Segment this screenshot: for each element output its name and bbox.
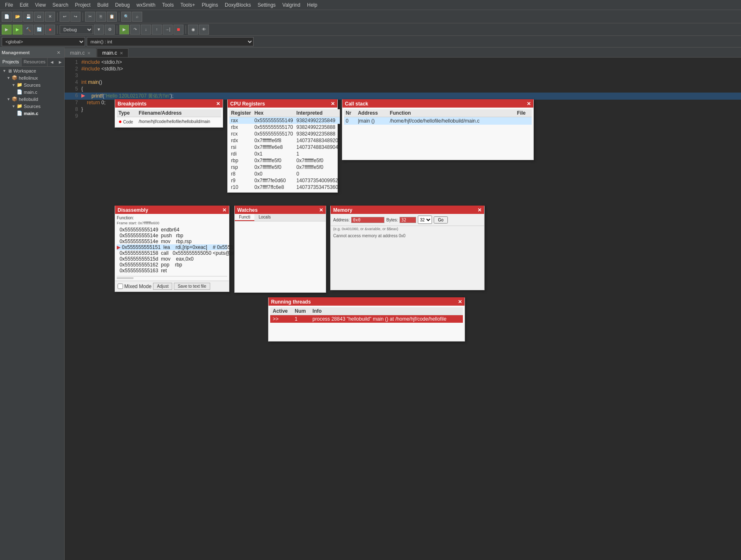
stop-debug-button[interactable]: ⏹ bbox=[173, 25, 183, 35]
editor-tab-1[interactable]: main.c ✕ bbox=[65, 48, 96, 57]
menu-tools-plus[interactable]: Tools+ bbox=[177, 1, 198, 9]
cut-button[interactable]: ✂ bbox=[85, 12, 95, 22]
menu-view[interactable]: View bbox=[32, 1, 49, 9]
tree-hellobuild-sources[interactable]: ▼ 📁 Sources bbox=[1, 103, 63, 110]
menu-search[interactable]: Search bbox=[49, 1, 72, 9]
save-to-text-button[interactable]: Save to text file bbox=[174, 283, 210, 290]
global-scope-select[interactable]: <global> bbox=[2, 37, 85, 46]
copy-button[interactable]: ⎘ bbox=[96, 12, 106, 22]
adjust-button[interactable]: Adjust bbox=[153, 283, 172, 290]
save-button[interactable]: 💾 bbox=[23, 12, 33, 22]
open-button[interactable]: 📂 bbox=[13, 12, 23, 22]
rt-col-num: Num bbox=[292, 307, 310, 315]
editor-tab-1-close[interactable]: ✕ bbox=[87, 51, 90, 55]
mixed-mode-checkbox-label[interactable]: Mixed Mode bbox=[118, 284, 151, 289]
find-button[interactable]: 🔍 bbox=[121, 12, 131, 22]
memory-bytes-select[interactable]: 32 bbox=[418, 216, 432, 224]
running-threads-close[interactable]: ✕ bbox=[458, 299, 462, 305]
properties-button[interactable]: ⚙ bbox=[105, 25, 115, 35]
watches-close[interactable]: ✕ bbox=[319, 207, 323, 213]
dis-line-2: 0x55555555514e push rbp bbox=[117, 233, 227, 239]
menu-plugins[interactable]: Plugins bbox=[198, 1, 221, 9]
menu-file[interactable]: File bbox=[2, 1, 16, 9]
watches-button[interactable]: 👁 bbox=[199, 25, 209, 35]
hellolinux-label: hellolinux bbox=[19, 75, 38, 80]
disassembly-close[interactable]: ✕ bbox=[222, 207, 226, 213]
memory-bytes-input[interactable] bbox=[399, 217, 416, 223]
watches-panel: Watches ✕ Functi Locals bbox=[234, 206, 326, 293]
reg-row-r8: r8 0x0 0 bbox=[229, 171, 340, 177]
management-header: Management ✕ bbox=[0, 48, 64, 58]
paste-button[interactable]: 📋 bbox=[107, 12, 117, 22]
memory-go-button[interactable]: Go bbox=[434, 216, 447, 223]
sep3 bbox=[119, 13, 119, 21]
build-run-button[interactable]: ▶ bbox=[2, 25, 12, 35]
undo-button[interactable]: ↩ bbox=[60, 12, 70, 22]
close-button[interactable]: ✕ bbox=[45, 12, 55, 22]
new-button[interactable]: 📄 bbox=[2, 12, 12, 22]
dropdown-button[interactable]: ▼ bbox=[94, 25, 104, 35]
replace-button[interactable]: ⌕ bbox=[132, 12, 142, 22]
rebuild-button[interactable]: 🔄 bbox=[34, 25, 44, 35]
tab-projects[interactable]: Projects bbox=[0, 58, 22, 66]
breakpoints-header: Breakpoints ✕ bbox=[115, 100, 223, 108]
menu-settings[interactable]: Settings bbox=[254, 1, 279, 9]
reg-rsp-name: rsp bbox=[229, 164, 253, 171]
sep4 bbox=[57, 25, 58, 34]
redo-button[interactable]: ↪ bbox=[70, 12, 80, 22]
editor-content[interactable]: 1 #include <stdio.h> 2 #include <stdlib.… bbox=[65, 58, 741, 560]
tree-hellolinux-mainc[interactable]: 📄 main.c bbox=[1, 88, 63, 95]
function-scope-select[interactable]: main() : int bbox=[87, 37, 254, 46]
memory-address-input[interactable] bbox=[351, 217, 384, 223]
menu-help[interactable]: Help bbox=[304, 1, 321, 9]
nav-right-button[interactable]: ▶ bbox=[56, 58, 64, 66]
menu-doxyblocks[interactable]: DoxyBlocks bbox=[221, 1, 254, 9]
menu-debug[interactable]: Debug bbox=[112, 1, 133, 9]
menu-valgrind[interactable]: Valgrind bbox=[279, 1, 304, 9]
disassembly-panel: Disassembly ✕ Function: Frame start: 0x7… bbox=[115, 206, 229, 292]
step-in-button[interactable]: ↓ bbox=[141, 25, 151, 35]
menu-build[interactable]: Build bbox=[94, 1, 112, 9]
run-button[interactable]: ▶ bbox=[13, 25, 23, 35]
menu-project[interactable]: Project bbox=[72, 1, 94, 9]
tree-hellobuild-mainc[interactable]: 📄 main.c bbox=[1, 110, 63, 117]
workspace-label: Workspace bbox=[13, 68, 36, 73]
stop-button[interactable]: ■ bbox=[45, 25, 55, 35]
menu-wxsmith[interactable]: wxSmith bbox=[133, 1, 158, 9]
dis-line-8: 0x555555555163 ret bbox=[117, 268, 227, 274]
management-close-button[interactable]: ✕ bbox=[54, 48, 63, 57]
tree-workspace[interactable]: ▼ 🖥 Workspace bbox=[1, 68, 63, 74]
editor-tab-2-close[interactable]: ✕ bbox=[120, 51, 123, 55]
line-content-6: printf("Hello 120L021707 黄佑方!\n"); bbox=[86, 93, 173, 100]
mixed-mode-checkbox[interactable] bbox=[118, 284, 123, 289]
tree-hellobuild[interactable]: ▼ 📦 hellobuild bbox=[1, 95, 63, 103]
step-out-button[interactable]: ↑ bbox=[152, 25, 162, 35]
breakpoints-close[interactable]: ✕ bbox=[216, 101, 220, 107]
build-button[interactable]: 🔨 bbox=[23, 25, 33, 35]
menu-tools[interactable]: Tools bbox=[159, 1, 177, 9]
cpu-registers-close[interactable]: ✕ bbox=[331, 101, 335, 107]
code-line-5: 5 { bbox=[65, 86, 741, 93]
nav-left-button[interactable]: ◀ bbox=[48, 58, 56, 66]
editor-tab-2[interactable]: main.c ✕ bbox=[97, 48, 128, 57]
reg-rbp-name: rbp bbox=[229, 157, 253, 164]
run-to-cursor-button[interactable]: →| bbox=[163, 25, 173, 35]
memory-close[interactable]: ✕ bbox=[477, 207, 482, 213]
save-all-button[interactable]: 🗂 bbox=[34, 12, 44, 22]
watch-tab-locals[interactable]: Locals bbox=[254, 214, 275, 221]
menu-edit[interactable]: Edit bbox=[16, 1, 32, 9]
debug-start-button[interactable]: ▶ bbox=[119, 25, 129, 35]
tree-hellolinux-sources[interactable]: ▼ 📁 Sources bbox=[1, 81, 63, 88]
step-over-button[interactable]: ↷ bbox=[130, 25, 140, 35]
watch-tab-functi[interactable]: Functi bbox=[235, 214, 254, 221]
bp-col-type: Type bbox=[117, 109, 137, 117]
call-stack-close[interactable]: ✕ bbox=[527, 101, 531, 107]
tree-hellolinux[interactable]: ▼ 📦 hellolinux bbox=[1, 74, 63, 81]
build-mode-select[interactable]: Debug Release bbox=[60, 25, 93, 34]
reg-rbx-hex: 0x555555555170 bbox=[253, 124, 295, 131]
breakpoints-table: Type Filename/Address ● Code /home/hjf/c… bbox=[117, 109, 221, 126]
tab-resources[interactable]: Resources bbox=[22, 58, 48, 66]
breakpoint-button[interactable]: ◉ bbox=[188, 25, 198, 35]
dis-scrollbar[interactable] bbox=[117, 277, 133, 279]
rt-col-info: Info bbox=[310, 307, 463, 315]
